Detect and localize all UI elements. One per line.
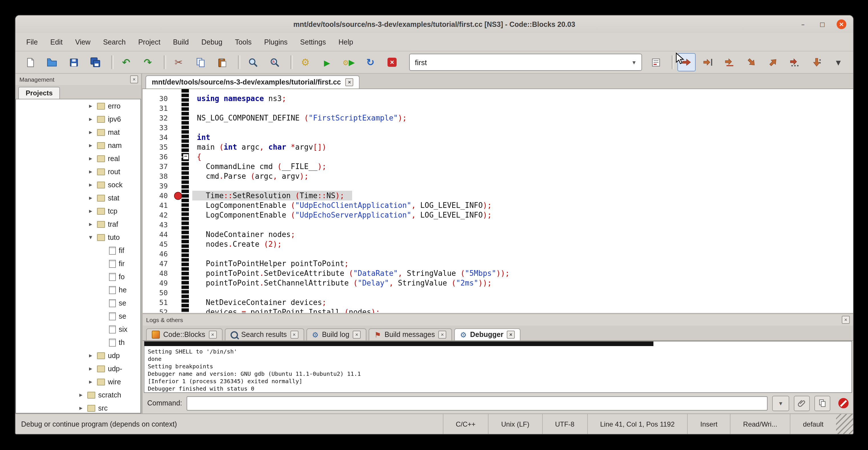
tree-item-real[interactable]: ▸real bbox=[16, 152, 141, 165]
code-text[interactable]: cmd.Parse (argc, argv); bbox=[192, 171, 308, 181]
run-to-cursor-button[interactable] bbox=[699, 53, 717, 71]
cut-button[interactable] bbox=[169, 53, 188, 71]
menu-project[interactable]: Project bbox=[132, 36, 167, 48]
chevron-right-icon[interactable]: ▸ bbox=[89, 365, 97, 372]
menu-settings[interactable]: Settings bbox=[294, 36, 332, 48]
marker-margin[interactable] bbox=[171, 171, 185, 181]
command-input[interactable] bbox=[187, 396, 768, 410]
menu-view[interactable]: View bbox=[69, 36, 97, 48]
tree-item-he[interactable]: he bbox=[16, 283, 141, 296]
marker-margin[interactable] bbox=[171, 103, 185, 113]
code-text[interactable]: NodeContainer nodes; bbox=[192, 230, 295, 239]
chevron-right-icon[interactable]: ▸ bbox=[79, 404, 87, 412]
chevron-right-icon[interactable]: ▸ bbox=[89, 194, 97, 202]
code-text[interactable]: NetDeviceContainer devices; bbox=[192, 298, 327, 307]
marker-margin[interactable] bbox=[171, 161, 185, 171]
maximize-icon[interactable]: □ bbox=[817, 19, 828, 29]
chevron-right-icon[interactable]: ▸ bbox=[89, 352, 97, 359]
code-text[interactable]: NS_LOG_COMPONENT_DEFINE ("FirstScriptExa… bbox=[192, 113, 407, 123]
chevron-right-icon[interactable]: ▸ bbox=[89, 155, 97, 162]
tree-item-traf[interactable]: ▸traf bbox=[16, 217, 141, 231]
marker-margin[interactable] bbox=[171, 259, 185, 268]
find-button[interactable] bbox=[244, 53, 262, 71]
marker-margin[interactable] bbox=[171, 142, 185, 152]
step-into-button[interactable] bbox=[742, 53, 761, 71]
tree-item-se[interactable]: se bbox=[16, 309, 141, 323]
menu-help[interactable]: Help bbox=[332, 36, 359, 48]
tree-item-th[interactable]: th bbox=[16, 336, 141, 349]
marker-margin[interactable] bbox=[171, 191, 185, 201]
marker-margin[interactable] bbox=[171, 132, 185, 142]
rebuild-button[interactable] bbox=[361, 53, 379, 71]
marker-margin[interactable] bbox=[171, 230, 185, 239]
chevron-right-icon[interactable]: ▸ bbox=[79, 391, 87, 399]
tree-item-udp-[interactable]: ▸udp- bbox=[16, 362, 141, 375]
chevron-right-icon[interactable]: ▸ bbox=[89, 181, 97, 188]
marker-margin[interactable] bbox=[171, 288, 185, 298]
code-text[interactable]: { bbox=[192, 152, 202, 161]
code-text[interactable]: int bbox=[192, 132, 210, 142]
combo-chevron-down-icon[interactable] bbox=[627, 54, 642, 70]
next-instruction-button[interactable] bbox=[786, 53, 804, 71]
tree-item-nam[interactable]: ▸nam bbox=[16, 139, 141, 152]
code-text[interactable]: PointToPointHelper pointToPoint; bbox=[192, 259, 349, 268]
close-tab-icon[interactable] bbox=[345, 78, 353, 86]
code-text[interactable]: CommandLine cmd (__FILE__); bbox=[192, 161, 327, 171]
redo-button[interactable] bbox=[139, 53, 157, 71]
tree-item-rout[interactable]: ▸rout bbox=[16, 165, 141, 178]
close-tab-icon[interactable] bbox=[209, 331, 217, 339]
tree-item-stat[interactable]: ▸stat bbox=[16, 191, 141, 205]
menu-build[interactable]: Build bbox=[167, 36, 195, 48]
menu-file[interactable]: File bbox=[20, 36, 44, 48]
chevron-right-icon[interactable]: ▸ bbox=[89, 102, 97, 110]
tree-item-fif[interactable]: fif bbox=[16, 244, 141, 257]
step-out-button[interactable] bbox=[764, 53, 782, 71]
logs-tab-search-results[interactable]: Search results bbox=[224, 328, 304, 340]
chevron-right-icon[interactable]: ▸ bbox=[89, 128, 97, 136]
tab-projects[interactable]: Projects bbox=[18, 87, 60, 99]
marker-margin[interactable] bbox=[171, 181, 185, 191]
tree-item-wire[interactable]: ▸wire bbox=[16, 375, 141, 388]
close-panel-icon[interactable] bbox=[130, 76, 138, 83]
marker-margin[interactable] bbox=[171, 220, 185, 230]
new-file-button[interactable] bbox=[21, 53, 39, 71]
marker-margin[interactable] bbox=[171, 152, 185, 161]
breakpoint-icon[interactable] bbox=[174, 191, 182, 200]
abort-button[interactable] bbox=[383, 53, 401, 71]
build-and-run-button[interactable] bbox=[340, 53, 358, 71]
marker-margin[interactable] bbox=[171, 278, 185, 288]
code-text[interactable]: pointToPoint.SetChannelAttribute ("Delay… bbox=[192, 278, 492, 288]
tree-item-tcp[interactable]: ▸tcp bbox=[16, 205, 141, 217]
menu-tools[interactable]: Tools bbox=[228, 36, 258, 48]
command-history-chevron-icon[interactable] bbox=[772, 395, 789, 411]
close-icon[interactable]: × bbox=[837, 20, 846, 29]
close-tab-icon[interactable] bbox=[507, 331, 515, 339]
resize-grip[interactable] bbox=[836, 414, 853, 434]
logs-tab-build-messages[interactable]: Build messages bbox=[369, 328, 452, 340]
replace-button[interactable]: R bbox=[266, 53, 284, 71]
copy-button[interactable] bbox=[191, 53, 210, 71]
save-button[interactable] bbox=[64, 53, 83, 71]
attach-button[interactable] bbox=[794, 395, 810, 411]
marker-margin[interactable] bbox=[171, 298, 185, 307]
chevron-right-icon[interactable]: ▸ bbox=[89, 115, 97, 123]
close-tab-icon[interactable] bbox=[438, 331, 446, 339]
code-text[interactable]: using namespace ns3; bbox=[192, 94, 286, 103]
code-text[interactable]: nodes.Create (2); bbox=[192, 239, 282, 249]
menu-debug[interactable]: Debug bbox=[195, 36, 229, 48]
close-tab-icon[interactable] bbox=[353, 331, 361, 339]
close-logs-panel-icon[interactable] bbox=[842, 316, 850, 324]
logs-tab-code-blocks[interactable]: Code::Blocks bbox=[146, 328, 222, 340]
copy-log-button[interactable] bbox=[814, 395, 830, 411]
close-tab-icon[interactable] bbox=[290, 331, 298, 339]
chevron-right-icon[interactable]: ▸ bbox=[89, 220, 97, 228]
tree-item-fo[interactable]: fo bbox=[16, 270, 141, 283]
tree-item-fir[interactable]: fir bbox=[16, 257, 141, 270]
logs-tab-debugger[interactable]: Debugger bbox=[454, 328, 521, 340]
code-editor[interactable]: 30using namespace ns3;3132NS_LOG_COMPONE… bbox=[142, 89, 853, 313]
active-code-line[interactable]: Time::SetResolution (Time::NS); bbox=[192, 191, 352, 201]
editor-tab-first-cc[interactable]: mnt/dev/tools/source/ns-3-dev/examples/t… bbox=[146, 76, 360, 89]
open-file-button[interactable] bbox=[43, 53, 61, 71]
tree-item-scratch[interactable]: ▸scratch bbox=[16, 388, 141, 401]
tree-item-src[interactable]: ▸src bbox=[16, 401, 141, 414]
